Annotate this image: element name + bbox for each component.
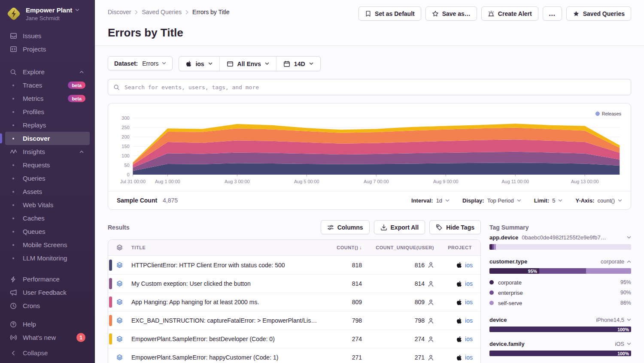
svg-text:200: 200 <box>122 134 129 139</box>
apple-icon <box>456 262 462 268</box>
sidebar-item-what-s-new[interactable]: What's new1 <box>5 331 90 344</box>
svg-text:50: 50 <box>124 163 129 168</box>
table-row[interactable]: EmpowerPlant.SampleError: bestDeveloper … <box>108 330 480 348</box>
sidebar-item-performance[interactable]: Performance <box>5 272 90 286</box>
chart-controls: Interval:1dDisplay:Top PeriodLimit:5Y-Ax… <box>411 197 622 204</box>
person-icon <box>428 281 434 287</box>
column-count-unique[interactable]: COUNT_UNIQUE(USER) <box>362 245 434 250</box>
project-link[interactable]: ios <box>465 262 473 269</box>
column-title[interactable]: TITLE <box>131 245 322 250</box>
event-title[interactable]: EmpowerPlant.SampleError: happyCustomer … <box>131 354 322 361</box>
svg-text:300: 300 <box>122 115 129 121</box>
dataset-filter[interactable]: Dataset: Errors <box>108 56 173 70</box>
event-title[interactable]: EmpowerPlant.SampleError: bestDeveloper … <box>131 336 322 342</box>
tag-summary-list: app.device0baebc0de4982f1255f2e9e9fb7…cu… <box>489 234 631 363</box>
table-row[interactable]: My Custom exeption: User clicked the but… <box>108 274 480 293</box>
sidebar-item-projects[interactable]: Projects <box>5 42 90 56</box>
sidebar-item-llm-monitoring[interactable]: LLM Monitoring <box>5 251 90 265</box>
interval-dropdown[interactable]: Interval:1d <box>411 197 450 204</box>
sidebar-item-issues[interactable]: Issues <box>5 29 90 42</box>
date-range-filter[interactable]: 14D <box>276 57 320 71</box>
sidebar-item-user-feedback[interactable]: User Feedback <box>5 286 90 299</box>
tag-value-dropdown[interactable]: iOS <box>615 341 631 347</box>
count-unique-value: 798 <box>415 317 425 324</box>
y-axis-dropdown[interactable]: Y-Axis:count() <box>575 197 622 204</box>
sidebar-group-explore[interactable]: Explore <box>5 65 90 79</box>
tag-summary-panel: Tag Summary app.device0baebc0de4982f1255… <box>489 220 631 363</box>
create-alert-button[interactable]: Create Alert <box>481 6 538 21</box>
event-title[interactable]: App Hanging: App hanging for at least 20… <box>131 299 322 306</box>
column-project[interactable]: PROJECT <box>434 245 480 250</box>
set-as-default-button[interactable]: Set as Default <box>358 6 421 21</box>
sidebar-item-replays[interactable]: Replays <box>5 118 90 132</box>
whats-new-count-badge: 1 <box>76 333 85 342</box>
bullet-icon <box>9 257 17 259</box>
table-row[interactable]: EmpowerPlant.SampleError: happyCustomer … <box>108 348 480 363</box>
count-unique-value: 271 <box>415 354 425 361</box>
saved-queries-button[interactable]: Saved Queries <box>566 6 631 21</box>
chevron-right-icon <box>185 10 188 15</box>
calendar-icon <box>283 60 290 67</box>
sidebar-group-insights[interactable]: Insights <box>5 145 90 158</box>
event-title[interactable]: HTTPClientError: HTTP Client Error with … <box>131 262 322 269</box>
stacked-area-chart: 050100150200250300Jul 31 00:00Aug 1 00:0… <box>112 105 627 191</box>
sidebar-item-metrics[interactable]: Metricsbeta <box>5 92 90 105</box>
sidebar-item-mobile-screens[interactable]: Mobile Screens <box>5 238 90 251</box>
project-link[interactable]: ios <box>465 354 473 361</box>
svg-text:Releases: Releases <box>602 111 622 116</box>
chevron-up-icon <box>627 260 631 263</box>
apple-icon <box>456 336 462 342</box>
project-link[interactable]: ios <box>465 299 473 306</box>
search-input[interactable] <box>124 84 626 91</box>
help-icon <box>9 321 17 328</box>
chevron-right-icon <box>135 10 138 15</box>
event-title[interactable]: My Custom exeption: User clicked the but… <box>131 280 322 287</box>
breadcrumb-discover[interactable]: Discover <box>108 9 131 15</box>
column-count[interactable]: COUNT()↓ <box>322 245 362 251</box>
sidebar-item-traces[interactable]: Tracesbeta <box>5 79 90 92</box>
window-icon <box>227 60 234 67</box>
limit-dropdown[interactable]: Limit:5 <box>534 197 563 204</box>
org-switcher[interactable]: Empower Plant Jane Schmidt <box>5 0 90 25</box>
breadcrumb-saved-queries[interactable]: Saved Queries <box>142 9 182 15</box>
releases-legend[interactable]: Releases <box>595 111 621 116</box>
tag-value-dropdown[interactable]: 0baebc0de4982f1255f2e9e9fb7… <box>522 234 631 241</box>
sidebar-item-crons[interactable]: Crons <box>5 299 90 312</box>
project-filter[interactable]: ios <box>179 57 219 71</box>
hide-tags-button[interactable]: Hide Tags <box>429 220 481 234</box>
tag-value-dropdown[interactable]: iPhone14,5 <box>596 317 631 323</box>
sidebar-item-caches[interactable]: Caches <box>5 212 90 225</box>
save-as-button[interactable]: Save as… <box>425 6 477 21</box>
sidebar-item-queries[interactable]: Queries <box>5 172 90 185</box>
event-title[interactable]: EXC_BAD_INSTRUCTION: captureFatalError: … <box>131 317 322 324</box>
org-logo-icon <box>6 6 21 21</box>
table-row[interactable]: App Hanging: App hanging for at least 20… <box>108 293 480 311</box>
columns-button[interactable]: Columns <box>321 220 370 234</box>
chevron-up-icon <box>78 150 85 153</box>
stack-icon <box>116 244 123 251</box>
period-value: 14D <box>294 60 305 67</box>
sidebar-item-requests[interactable]: Requests <box>5 158 90 172</box>
display-dropdown[interactable]: Display:Top Period <box>462 197 521 204</box>
sidebar-item-help[interactable]: Help <box>5 318 90 331</box>
search-icon <box>113 84 120 91</box>
more-options-button[interactable]: … <box>543 6 562 21</box>
sidebar-item-profiles[interactable]: Profiles <box>5 105 90 118</box>
export-all-button[interactable]: Export All <box>374 220 425 234</box>
table-row[interactable]: HTTPClientError: HTTP Client Error with … <box>108 256 480 274</box>
tag-value-dropdown[interactable]: corporate <box>601 258 631 265</box>
tag-legend-row: corporate95% <box>489 277 631 287</box>
bullet-icon <box>9 85 17 86</box>
sidebar-item-web-vitals[interactable]: Web Vitals <box>5 198 90 212</box>
project-link[interactable]: ios <box>465 280 473 287</box>
sidebar-item-queues[interactable]: Queues <box>5 225 90 238</box>
table-row[interactable]: EXC_BAD_INSTRUCTION: captureFatalError: … <box>108 311 480 330</box>
chevron-down-icon <box>445 199 450 202</box>
project-link[interactable]: ios <box>465 317 473 324</box>
environment-filter[interactable]: All Envs <box>219 57 276 71</box>
project-link[interactable]: ios <box>465 336 473 342</box>
collapse-button[interactable]: Collapse <box>5 345 90 363</box>
sidebar-item-discover[interactable]: Discover <box>5 132 90 145</box>
sidebar-item-assets[interactable]: Assets <box>5 185 90 198</box>
bullet-icon <box>9 98 17 100</box>
